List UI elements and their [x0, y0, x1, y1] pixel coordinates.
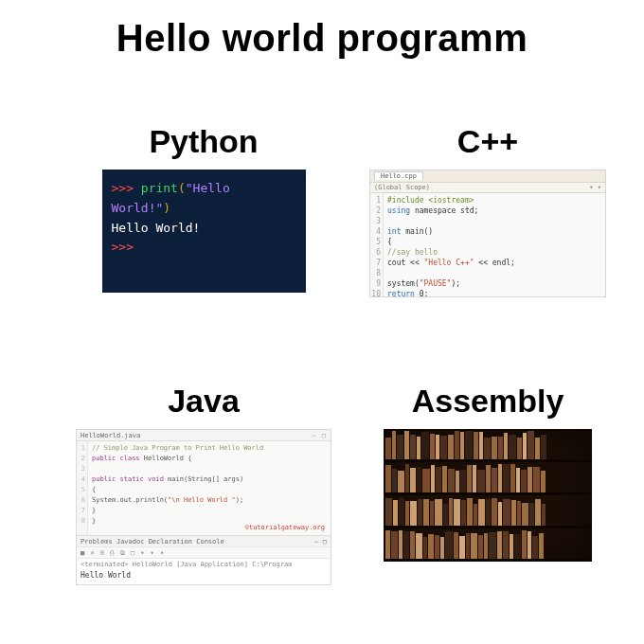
assembly-bookshelf-image [384, 429, 592, 562]
cpp-scope-label: (Global Scope) [374, 183, 430, 192]
java-line-6b: "\n Hello World " [168, 496, 236, 504]
cell-python: Python >>> print("Hello World!") Hello W… [76, 123, 331, 356]
cpp-line-9b: "PAUSE" [420, 279, 452, 288]
cpp-line-5: { [387, 237, 515, 247]
cpp-tab-bar: Hello.cpp [370, 170, 605, 183]
cpp-code-panel: Hello.cpp (Global Scope) ▾ ▾ 12345678910… [369, 170, 606, 297]
java-line-gutter: 12345678 [77, 441, 88, 535]
cpp-kw-int: int [387, 227, 401, 236]
cpp-line-gutter: 123456789101112 [370, 193, 384, 297]
java-code: // Simple Java Program to Print Hello Wo… [88, 441, 331, 535]
cpp-line-9a: system( [387, 279, 420, 288]
comparison-grid: Python >>> print("Hello World!") Hello W… [0, 123, 644, 616]
java-tab: HelloWorld.java [80, 430, 140, 440]
cpp-line-6: //say hello [387, 248, 438, 257]
java-tab-controls: — ▢ [312, 430, 327, 440]
cpp-kw-using: using [387, 206, 410, 215]
cpp-scope-bar: (Global Scope) ▾ ▾ [370, 183, 605, 193]
python-close-paren: ) [163, 201, 170, 215]
cpp-line-1: #include <iostream> [387, 196, 474, 205]
cpp-line-10b: 0; [415, 290, 428, 297]
cpp-line-2b: namespace std; [410, 206, 478, 215]
java-tab-bar: HelloWorld.java — ▢ [77, 430, 331, 441]
cpp-scope-dropdown-icon: ▾ ▾ [589, 183, 601, 192]
cpp-line-4b: main() [401, 227, 433, 236]
python-output: Hello World! [112, 219, 296, 239]
java-terminated-line: <terminated> HelloWorld [Java Applicatio… [77, 558, 331, 569]
java-line-2b: HelloWorld { [140, 455, 192, 462]
cell-cpp: C++ Hello.cpp (Global Scope) ▾ ▾ 1234567… [369, 123, 606, 356]
java-kw-main: public static void [92, 475, 164, 483]
java-watermark: ©tutorialgateway.org [245, 523, 325, 533]
python-fn: print [141, 181, 178, 195]
cpp-label: C++ [457, 123, 518, 160]
java-output: Hello World [77, 569, 331, 584]
java-toolbar: ■ ✕ ⍟ ⎙ ⧉ ▢ ▾ ▾ ▾ [77, 546, 331, 558]
cpp-code: #include <iostream> using namespace std;… [384, 193, 519, 297]
java-line-5: { [92, 485, 327, 495]
cpp-line-7a: cout << [387, 259, 424, 267]
java-line-6c: ); [236, 496, 243, 504]
cell-assembly: Assembly [369, 383, 606, 616]
java-lowtabs-controls: — ▢ [314, 536, 327, 546]
java-code-panel: HelloWorld.java — ▢ 12345678 // Simple J… [76, 429, 331, 585]
cpp-line-7b: "Hello C++" [424, 259, 474, 267]
python-prompt-2: >>> [112, 238, 296, 258]
java-label: Java [168, 383, 240, 420]
cpp-kw-return: return [387, 290, 415, 297]
java-line-4b: main(String[] args) [164, 475, 243, 483]
java-line-6a: System.out.println( [92, 496, 168, 504]
python-code-panel: >>> print("Hello World!") Hello World! >… [102, 170, 306, 293]
java-kw-class: public class [92, 455, 140, 462]
cpp-line-9c: ); [451, 279, 460, 288]
cpp-tab: Hello.cpp [374, 171, 423, 180]
cpp-line-7c: << endl; [474, 259, 515, 267]
python-prompt: >>> [112, 181, 134, 195]
python-open-paren: ( [178, 181, 186, 195]
java-line-1: // Simple Java Program to Print Hello Wo… [92, 444, 263, 452]
java-lower-tabs: Problems Javadoc Declaration Console — ▢ [77, 535, 331, 546]
python-label: Python [149, 123, 258, 160]
cell-java: Java HelloWorld.java — ▢ 12345678 // Sim… [76, 383, 331, 616]
page-title: Hello world programm [0, 0, 644, 60]
assembly-label: Assembly [412, 383, 564, 420]
java-line-7: } [92, 506, 327, 516]
java-lowtabs-text: Problems Javadoc Declaration Console [80, 536, 224, 546]
